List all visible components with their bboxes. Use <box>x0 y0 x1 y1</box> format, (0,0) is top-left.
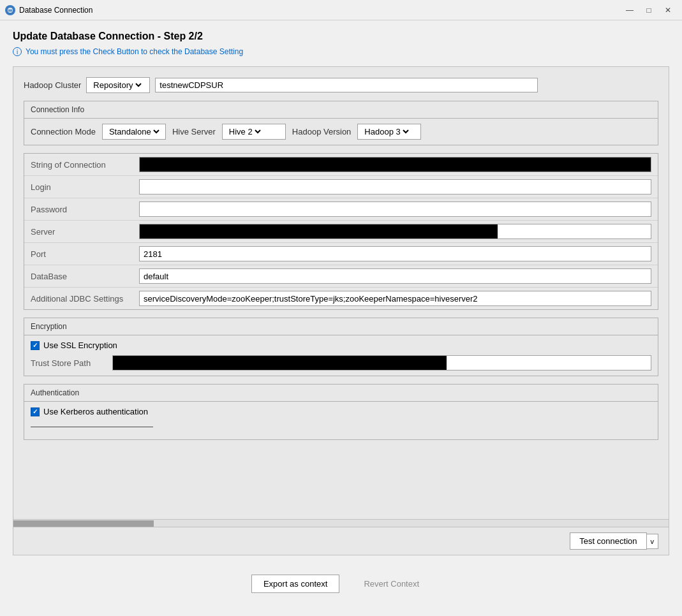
hadoop-version-dropdown[interactable]: Hadoop 2 Hadoop 3 <box>357 124 421 140</box>
window-title: Database Connection <box>19 6 621 15</box>
string-of-connection-row: String of Connection <box>24 154 658 176</box>
ssl-encryption-label: Use SSL Encryption <box>43 341 117 350</box>
encryption-box: Encryption Use SSL Encryption Trust Stor… <box>24 318 658 376</box>
hive-server-label: Hive Server <box>172 127 216 136</box>
close-button[interactable]: ✕ <box>659 3 677 17</box>
svg-rect-1 <box>8 10 12 11</box>
encryption-header: Encryption <box>24 318 658 335</box>
port-row: Port <box>24 243 658 265</box>
export-as-context-button[interactable]: Export as context <box>251 575 339 593</box>
password-row: Password <box>24 198 658 221</box>
bottom-buttons: Export as context Revert Context <box>13 555 669 606</box>
kerberos-auth-label: Use Kerberos authentication <box>43 407 148 416</box>
main-content: Update Database Connection - Step 2/2 i … <box>0 20 682 616</box>
kerberos-partial-text: ———————————————— <box>31 422 153 431</box>
kerberos-partial-row: ———————————————— <box>31 422 651 434</box>
form-fields-section: String of Connection Login Password <box>24 153 658 310</box>
info-message: i You must press the Check Button to che… <box>13 47 669 56</box>
hive-server-dropdown[interactable]: Hive 1 Hive 2 <box>222 124 286 140</box>
page-title: Update Database Connection - Step 2/2 <box>13 31 669 42</box>
additional-jdbc-input[interactable] <box>139 291 651 306</box>
info-text: You must press the Check Button to check… <box>26 47 243 56</box>
hadoop-cluster-row: Hadoop Cluster Repository Manual <box>24 77 658 93</box>
password-input[interactable] <box>139 202 651 217</box>
hadoop-cluster-label: Hadoop Cluster <box>24 80 81 90</box>
hadoop-cluster-dropdown[interactable]: Repository Manual <box>86 77 150 93</box>
server-row: Server <box>24 221 658 243</box>
hadoop-cluster-select[interactable]: Repository Manual <box>91 80 144 91</box>
minimize-button[interactable]: — <box>621 3 639 17</box>
test-connection-dropdown-arrow[interactable]: v <box>647 534 659 549</box>
connection-info-box: Connection Info Connection Mode Standalo… <box>24 101 658 145</box>
string-of-connection-label: String of Connection <box>31 160 139 170</box>
app-icon <box>5 5 15 15</box>
svg-rect-2 <box>8 11 12 11</box>
ssl-encryption-row: Use SSL Encryption <box>31 341 651 350</box>
auth-content: Use Kerberos authentication ————————————… <box>24 402 658 439</box>
window-controls: — □ ✕ <box>621 3 677 17</box>
test-connection-button[interactable]: Test connection <box>570 532 646 550</box>
connection-mode-dropdown[interactable]: Standalone HA <box>102 124 166 140</box>
hadoop-version-select[interactable]: Hadoop 2 Hadoop 3 <box>362 126 411 137</box>
connection-mode-row: Connection Mode Standalone HA Hive Serve… <box>24 119 658 145</box>
trust-store-label: Trust Store Path <box>31 358 107 368</box>
revert-context-button[interactable]: Revert Context <box>352 575 431 592</box>
connection-info-header: Connection Info <box>24 101 658 119</box>
info-icon: i <box>13 47 22 56</box>
database-row: DataBase <box>24 265 658 288</box>
database-label: DataBase <box>31 272 139 281</box>
additional-jdbc-row: Additional JDBC Settings <box>24 288 658 309</box>
login-label: Login <box>31 182 139 192</box>
hadoop-version-label: Hadoop Version <box>292 127 352 136</box>
port-label: Port <box>31 249 139 259</box>
encryption-content: Use SSL Encryption Trust Store Path <box>24 335 658 376</box>
main-panel: Hadoop Cluster Repository Manual Connect… <box>13 66 669 555</box>
connection-mode-select[interactable]: Standalone HA <box>107 126 161 137</box>
main-window: Database Connection — □ ✕ Update Databas… <box>0 0 682 616</box>
login-input[interactable] <box>139 179 651 194</box>
title-bar: Database Connection — □ ✕ <box>0 0 682 20</box>
trust-store-path-value[interactable] <box>112 355 651 370</box>
maximize-button[interactable]: □ <box>640 3 658 17</box>
login-row: Login <box>24 176 658 198</box>
kerberos-auth-row: Use Kerberos authentication <box>31 407 651 416</box>
hive-server-select[interactable]: Hive 1 Hive 2 <box>226 126 263 137</box>
string-of-connection-value[interactable] <box>139 157 651 172</box>
port-input[interactable] <box>139 246 651 261</box>
auth-header: Authentication <box>24 385 658 402</box>
ssl-encryption-checkbox[interactable] <box>31 341 40 350</box>
scrollbar-thumb[interactable] <box>13 520 154 527</box>
additional-jdbc-label: Additional JDBC Settings <box>31 294 139 304</box>
hadoop-cluster-name-input[interactable] <box>155 78 538 92</box>
database-input[interactable] <box>139 268 651 284</box>
scrollable-area[interactable]: Hadoop Cluster Repository Manual Connect… <box>13 67 669 519</box>
panel-bottom: Test connection v <box>13 527 669 555</box>
password-label: Password <box>31 205 139 214</box>
trust-store-row: Trust Store Path <box>31 355 651 370</box>
authentication-box: Authentication Use Kerberos authenticati… <box>24 384 658 440</box>
server-value[interactable] <box>139 224 651 239</box>
connection-mode-label: Connection Mode <box>31 127 96 136</box>
horizontal-scrollbar[interactable] <box>13 519 669 527</box>
server-label: Server <box>31 227 139 237</box>
kerberos-auth-checkbox[interactable] <box>31 407 40 416</box>
